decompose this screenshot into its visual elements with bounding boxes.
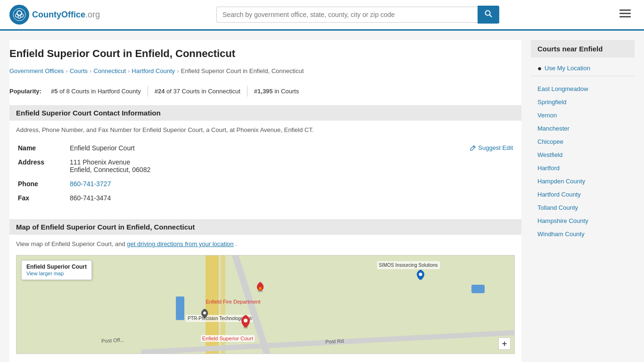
svg-point-10 <box>259 287 262 290</box>
map-section-content: View map of Enfield Superior Court, and … <box>9 240 521 362</box>
list-item: Manchester <box>531 122 635 135</box>
sidebar-item-manchester[interactable]: Manchester <box>537 125 570 132</box>
map-simos-label: SIMOS Insourcing Solutions <box>377 261 440 269</box>
search-button[interactable] <box>478 6 499 24</box>
sidebar-item-hampden-county[interactable]: Hampden County <box>537 178 585 185</box>
logo-icon <box>9 5 29 25</box>
breadcrumb-connecticut[interactable]: Connecticut <box>93 67 126 74</box>
popularity-label: Popularity: <box>9 88 41 95</box>
post-off-label: Post Off... <box>101 337 124 344</box>
svg-point-14 <box>203 312 206 314</box>
breadcrumb-gov-offices[interactable]: Government Offices <box>9 67 64 74</box>
location-icon: ● <box>537 64 542 72</box>
logo-text: CountyOffice.org <box>32 10 100 20</box>
list-item: Westfield <box>531 148 635 161</box>
superior-court-marker <box>240 314 251 332</box>
list-item: Windham County <box>531 227 635 240</box>
field-value-phone: 860-741-3727 <box>68 177 515 191</box>
breadcrumb-sep-3: › <box>128 67 130 74</box>
popularity-item-1: #5 of 8 Courts in Hartford County <box>44 86 148 97</box>
map-building-blue <box>176 296 184 320</box>
contact-description: Address, Phone Number, and Fax Number fo… <box>16 126 515 133</box>
sidebar-item-chicopee[interactable]: Chicopee <box>537 138 563 145</box>
svg-point-13 <box>419 273 422 276</box>
map-zoom-in-button[interactable]: + <box>498 337 511 350</box>
svg-point-12 <box>244 319 248 322</box>
page-title: Enfield Superior Court in Enfield, Conne… <box>9 40 521 65</box>
breadcrumb-hartford-county[interactable]: Hartford County <box>132 67 175 74</box>
fire-department-label: Enfield Fire Department <box>206 299 260 304</box>
breadcrumb: Government Offices › Courts › Connecticu… <box>9 65 521 81</box>
popularity-item-3: #1,395 in Courts <box>248 86 305 97</box>
sidebar-item-vernon[interactable]: Vernon <box>537 112 557 119</box>
contact-info-table: Name Enfield Superior Court Suggest Edit <box>16 141 515 205</box>
view-larger-map-link[interactable]: View larger map <box>26 271 64 276</box>
search-input[interactable] <box>216 7 478 23</box>
field-label-name: Name <box>16 141 68 155</box>
breadcrumb-current: Enfield Superior Court in Enfield, Conne… <box>181 67 304 74</box>
map-description: View map of Enfield Superior Court, and … <box>16 240 515 247</box>
court-map-label: Enfield Superior Court <box>201 335 255 342</box>
svg-rect-8 <box>619 16 631 17</box>
list-item: Hampshire County <box>531 214 635 227</box>
field-label-phone: Phone <box>16 177 68 191</box>
svg-point-0 <box>13 8 25 21</box>
driving-directions-link[interactable]: get driving directions from your locatio… <box>127 240 233 247</box>
breadcrumb-sep-2: › <box>90 67 91 74</box>
sidebar-header: Courts near Enfield <box>531 40 635 58</box>
list-item: Chicopee <box>531 135 635 148</box>
ptr-marker <box>201 308 208 320</box>
sidebar-item-springfield[interactable]: Springfield <box>537 99 566 106</box>
contact-section-header: Enfield Superior Court Contact Informati… <box>9 105 521 121</box>
field-value-fax: 860-741-3474 <box>68 191 515 205</box>
list-item: East Longmeadow <box>531 82 635 95</box>
sidebar-item-hampshire-county[interactable]: Hampshire County <box>537 217 588 224</box>
list-item: Springfield <box>531 95 635 108</box>
breadcrumb-sep-1: › <box>66 67 67 74</box>
sidebar-item-hartford[interactable]: Hartford <box>537 165 560 172</box>
use-my-location-link[interactable]: ● Use My Location <box>531 60 635 76</box>
field-value-address: 111 Phoenix Avenue Enfield, Connecticut,… <box>68 155 515 177</box>
table-row-fax: Fax 860-741-3474 <box>16 191 515 205</box>
table-row-address: Address 111 Phoenix Avenue Enfield, Conn… <box>16 155 515 177</box>
contact-section-content: Address, Phone Number, and Fax Number fo… <box>9 126 521 214</box>
breadcrumb-sep-4: › <box>177 67 179 74</box>
main-content: Enfield Superior Court in Enfield, Conne… <box>9 40 521 362</box>
list-item: Hampden County <box>531 174 635 188</box>
map-container[interactable]: SIMOS Insourcing Solutions PTR-Precision… <box>16 255 515 354</box>
sidebar-divider <box>531 76 635 76</box>
svg-rect-7 <box>619 13 631 14</box>
map-callout-box: Enfield Superior Court View larger map <box>21 260 92 280</box>
callout-title: Enfield Superior Court <box>26 263 87 270</box>
search-area <box>216 6 499 24</box>
popularity-bar: Popularity: #5 of 8 Courts in Hartford C… <box>9 81 521 105</box>
map-section: Map of Enfield Superior Court in Enfield… <box>9 219 521 362</box>
breadcrumb-courts[interactable]: Courts <box>70 67 88 74</box>
field-label-fax: Fax <box>16 191 68 205</box>
sidebar-item-hartford-county[interactable]: Hartford County <box>537 191 581 198</box>
sidebar: Courts near Enfield ● Use My Location Ea… <box>531 40 635 362</box>
simos-marker <box>416 269 425 283</box>
menu-button[interactable] <box>616 7 635 23</box>
table-row-name: Name Enfield Superior Court Suggest Edit <box>16 141 515 155</box>
sidebar-item-westfield[interactable]: Westfield <box>537 151 562 158</box>
popularity-item-2: #24 of 37 Courts in Connecticut <box>148 86 248 97</box>
sidebar-item-east-longmeadow[interactable]: East Longmeadow <box>537 85 588 92</box>
phone-link[interactable]: 860-741-3727 <box>70 180 111 188</box>
map-blue-callout <box>471 285 485 293</box>
sidebar-item-tolland-county[interactable]: Tolland County <box>537 204 578 211</box>
suggest-edit-link[interactable]: Suggest Edit <box>470 144 513 151</box>
site-header: CountyOffice.org <box>0 0 644 31</box>
nearby-courts-list: East Longmeadow Springfield Vernon Manch… <box>531 80 635 242</box>
table-row-phone: Phone 860-741-3727 <box>16 177 515 191</box>
content-wrapper: Enfield Superior Court in Enfield, Conne… <box>0 31 644 362</box>
sidebar-item-windham-county[interactable]: Windham County <box>537 230 585 238</box>
fire-department-icon <box>256 281 265 295</box>
list-item: Hartford <box>531 161 635 174</box>
list-item: Hartford County <box>531 188 635 201</box>
svg-rect-6 <box>619 9 631 11</box>
field-value-name: Enfield Superior Court Suggest Edit <box>68 141 515 155</box>
list-item: Tolland County <box>531 201 635 214</box>
list-item: Vernon <box>531 108 635 122</box>
logo[interactable]: CountyOffice.org <box>9 5 100 25</box>
